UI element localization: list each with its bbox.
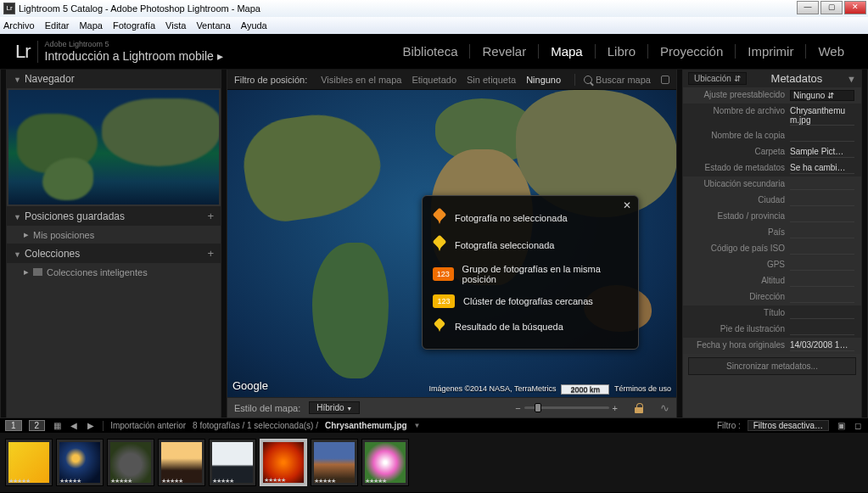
metadata-row: País — [683, 225, 861, 241]
module-mapa[interactable]: Mapa — [539, 44, 596, 59]
route-icon[interactable]: ∿ — [660, 401, 669, 414]
metadata-value[interactable]: Se ha cambi… — [790, 163, 854, 174]
metadata-collapse-icon[interactable]: ▼ — [847, 74, 856, 84]
filter-ninguno[interactable]: Ninguno — [521, 75, 566, 85]
metadata-value[interactable]: Sample Pict… — [790, 147, 854, 158]
screen-1-button[interactable]: 1 — [5, 420, 22, 431]
legend-selected: Fotografía seleccionada — [455, 240, 554, 250]
left-inner-grip[interactable] — [221, 70, 227, 417]
metadata-value[interactable] — [790, 324, 854, 335]
thumbnail[interactable]: ★★★★★ — [5, 439, 53, 486]
module-imprimir[interactable]: Imprimir — [736, 44, 806, 59]
metadata-value[interactable]: Chrysanthemum.jpg — [790, 106, 854, 126]
module-libro[interactable]: Libro — [596, 44, 648, 59]
main-map[interactable]: Google Imágenes ©2014 NASA, TerraMetrics… — [227, 90, 676, 397]
map-style-value: Híbrido — [316, 403, 344, 412]
module-web[interactable]: Web — [806, 44, 856, 59]
left-grip[interactable] — [0, 70, 7, 417]
thumbnail[interactable]: ★★★★★ — [209, 439, 256, 486]
menu-ventana[interactable]: Ventana — [196, 20, 230, 31]
smart-collections-item[interactable]: ▸Colecciones inteligentes — [7, 263, 221, 281]
filter-lock-icon[interactable]: ◻ — [853, 421, 863, 431]
menu-fotografía[interactable]: Fotografía — [113, 20, 155, 31]
metadata-value[interactable] — [790, 292, 854, 303]
metadata-value[interactable] — [790, 211, 854, 222]
prev-icon[interactable]: ◀ — [69, 421, 79, 431]
thumbnail[interactable]: ★★★★★ — [311, 439, 358, 486]
screen-2-button[interactable]: 2 — [29, 420, 46, 431]
metadata-label: Dirección — [690, 292, 785, 301]
close-button[interactable]: ✕ — [844, 1, 866, 14]
cluster-near-icon: 123 — [433, 294, 455, 308]
menu-ayuda[interactable]: Ayuda — [241, 20, 267, 31]
thumbnail[interactable]: ★★★★★ — [158, 439, 205, 486]
filter-etiquetado[interactable]: Etiquetado — [406, 75, 462, 85]
metadata-value[interactable]: 14/03/2008 1… — [790, 340, 854, 351]
navigator-header[interactable]: ▼Navegador — [7, 70, 221, 88]
map-style-select[interactable]: Híbrido ▼ — [309, 401, 360, 414]
preset-label: Ajuste preestablecido — [690, 90, 785, 99]
thumbnail-image — [110, 442, 151, 483]
grid-view-icon[interactable]: ▦ — [52, 421, 62, 431]
strip-filter-select[interactable]: Filtros desactiva… — [748, 420, 829, 431]
thumbnail[interactable]: ★★★★★ — [361, 439, 409, 486]
module-proyección[interactable]: Proyección — [648, 44, 736, 59]
metadata-label: Estado de metadatos — [690, 163, 785, 172]
pin-selected-icon — [433, 237, 446, 254]
identity-plate[interactable]: Introducción a Lightroom mobile ▸ — [45, 49, 223, 64]
filter-sin-etiqueta[interactable]: Sin etiqueta — [462, 75, 521, 85]
metadata-value[interactable] — [790, 195, 854, 206]
saved-locations-header[interactable]: ▼Posiciones guardadas+ — [7, 206, 221, 226]
menu-archivo[interactable]: Archivo — [3, 20, 35, 31]
metadata-value[interactable] — [790, 276, 854, 287]
thumbnail-image — [314, 442, 355, 483]
module-revelar[interactable]: Revelar — [470, 44, 539, 59]
next-icon[interactable]: ▶ — [86, 421, 96, 431]
metadata-value[interactable] — [790, 227, 854, 238]
thumbnail[interactable]: ★★★★★ — [56, 439, 104, 486]
source-label[interactable]: Importación anterior — [110, 421, 186, 430]
search-icon — [584, 76, 592, 84]
add-collection-icon[interactable]: + — [207, 247, 214, 260]
map-terms-link[interactable]: Términos de uso — [614, 384, 671, 395]
sync-metadata-button[interactable]: Sincronizar metadatos... — [688, 357, 856, 375]
search-map[interactable]: Buscar mapa — [584, 75, 651, 85]
legend-close-icon[interactable]: ✕ — [623, 199, 631, 211]
metadata-scope-select[interactable]: Ubicación ⇵ — [688, 72, 747, 85]
preset-select[interactable]: Ninguno ⇵ — [790, 90, 854, 101]
metadata-row: Nombre de la copia — [683, 128, 861, 144]
lock-filter-icon[interactable] — [661, 76, 669, 84]
menu-mapa[interactable]: Mapa — [79, 20, 103, 31]
navigator-map[interactable] — [8, 90, 219, 204]
metadata-value[interactable] — [790, 131, 854, 142]
module-biblioteca[interactable]: Biblioteca — [390, 44, 470, 59]
filter-visibles-en-el-mapa[interactable]: Visibles en el mapa — [316, 75, 406, 85]
zoom-in-icon[interactable]: + — [613, 403, 618, 413]
thumbnail[interactable]: ★★★★★ — [107, 439, 154, 486]
collections-header[interactable]: ▼Colecciones+ — [7, 244, 221, 263]
zoom-slider[interactable] — [524, 406, 609, 409]
filter-flag-icon[interactable]: ▣ — [836, 421, 846, 431]
rating-stars: ★★★★★ — [365, 478, 386, 485]
my-locations-item[interactable]: ▸Mis posiciones — [7, 226, 221, 244]
minimize-button[interactable]: — — [797, 1, 819, 14]
add-saved-location-icon[interactable]: + — [207, 210, 214, 222]
filmstrip[interactable]: ★★★★★★★★★★★★★★★★★★★★★★★★★★★★★★★★★★★★★★★★ — [0, 433, 868, 492]
metadata-value[interactable] — [790, 308, 854, 319]
maximize-button[interactable]: ▢ — [820, 1, 843, 14]
metadata-title[interactable]: Metadatos — [771, 72, 823, 85]
thumbnail-image — [8, 442, 49, 483]
os-titlebar: Lr Lightroom 5 Catalog - Adobe Photoshop… — [0, 0, 868, 17]
smart-collection-icon — [33, 268, 42, 276]
metadata-value[interactable] — [790, 244, 854, 255]
right-grip[interactable] — [861, 70, 868, 417]
menu-vista[interactable]: Vista — [165, 20, 186, 31]
metadata-value[interactable] — [790, 179, 854, 190]
thumbnail[interactable]: ★★★★★ — [260, 439, 307, 486]
metadata-value[interactable] — [790, 260, 854, 271]
right-inner-grip[interactable] — [676, 70, 683, 417]
zoom-out-icon[interactable]: − — [515, 403, 520, 413]
metadata-row: Título — [683, 305, 861, 322]
menu-editar[interactable]: Editar — [45, 20, 70, 31]
lock-icon[interactable] — [633, 402, 645, 414]
